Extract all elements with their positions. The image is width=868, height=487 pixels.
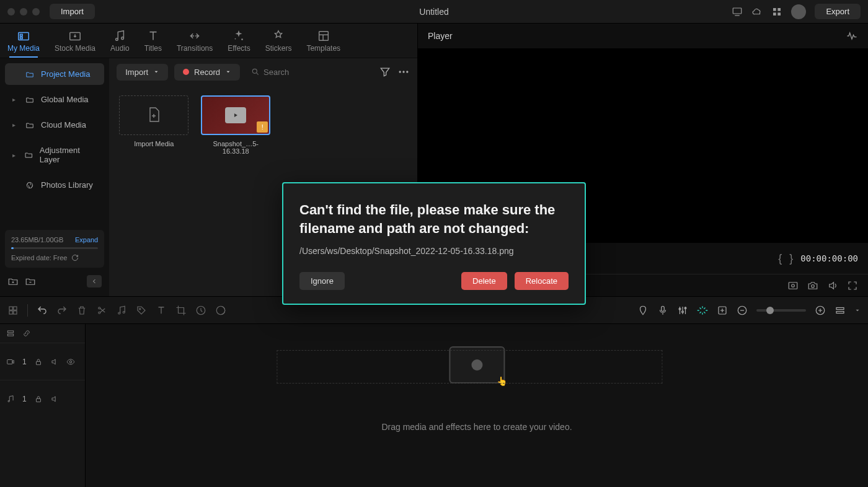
filter-icon[interactable] — [379, 66, 391, 78]
import-dropdown[interactable]: Import — [117, 64, 168, 81]
import-button-top[interactable]: Import — [50, 4, 95, 19]
track-headers: 1 1 — [0, 324, 86, 487]
volume-icon[interactable] — [827, 280, 838, 291]
text-tool-icon[interactable] — [156, 305, 167, 316]
close-window-icon[interactable] — [7, 8, 15, 15]
storage-bar — [11, 247, 98, 249]
sidebar-item-project-media[interactable]: Project Media — [5, 63, 104, 85]
mixer-icon[interactable] — [677, 305, 688, 316]
svg-point-18 — [252, 69, 257, 73]
voiceover-icon[interactable] — [657, 305, 668, 316]
caret-right-icon: ▸ — [12, 152, 18, 159]
audio-track-icon — [6, 395, 15, 403]
new-folder-icon[interactable] — [7, 276, 19, 287]
maximize-window-icon[interactable] — [32, 8, 40, 15]
speed-icon[interactable] — [195, 305, 206, 316]
more-options-icon[interactable] — [397, 66, 410, 78]
folder-icon — [24, 151, 33, 159]
sidebar-item-cloud-media[interactable]: ▸ Cloud Media — [5, 114, 104, 136]
delete-folder-icon[interactable] — [25, 276, 36, 287]
fullscreen-icon[interactable] — [847, 280, 858, 291]
ignore-button[interactable]: Ignore — [299, 272, 345, 290]
folder-icon — [25, 70, 35, 79]
tag-icon[interactable] — [136, 305, 147, 316]
apps-grid-icon[interactable] — [771, 6, 782, 17]
sidebar-item-adjustment-layer[interactable]: ▸ Adjustment Layer — [5, 139, 104, 170]
next-marker-icon[interactable]: } — [789, 252, 793, 265]
delete-icon[interactable] — [76, 305, 87, 316]
split-icon[interactable] — [96, 305, 107, 316]
expand-storage-link[interactable]: Expand — [75, 236, 98, 244]
tab-titles[interactable]: Titles — [137, 24, 169, 58]
audio-track-header[interactable]: 1 — [0, 380, 85, 417]
audio-edit-icon[interactable] — [116, 305, 127, 316]
delete-button[interactable]: Delete — [461, 272, 507, 290]
timeline-track-area[interactable]: 👆 Drag media and effects here to create … — [86, 324, 868, 487]
eye-icon[interactable] — [66, 358, 75, 366]
svg-point-20 — [399, 71, 401, 72]
svg-point-50 — [69, 361, 72, 363]
video-track-header[interactable]: 1 — [0, 343, 85, 380]
mute-icon[interactable] — [50, 395, 59, 403]
prev-marker-icon[interactable]: { — [778, 252, 782, 265]
zoom-in-icon[interactable] — [815, 305, 826, 316]
marker-icon[interactable] — [637, 305, 649, 316]
svg-point-22 — [406, 71, 408, 72]
tab-effects[interactable]: Effects — [220, 24, 257, 58]
relocate-button[interactable]: Relocate — [515, 272, 569, 290]
tab-transitions[interactable]: Transitions — [169, 24, 220, 58]
lock-icon[interactable] — [34, 395, 43, 403]
svg-rect-49 — [36, 361, 40, 364]
music-note-icon — [113, 29, 126, 43]
selection-tool-icon[interactable] — [7, 305, 19, 316]
camera-icon[interactable] — [807, 280, 818, 291]
render-icon[interactable] — [697, 305, 708, 316]
fit-timeline-icon[interactable] — [835, 305, 846, 316]
tab-templates[interactable]: Templates — [299, 24, 348, 58]
folder-grid-icon — [17, 29, 30, 43]
record-dot-icon — [183, 69, 189, 75]
tab-stock-media[interactable]: Stock Media — [47, 24, 103, 58]
minimize-window-icon[interactable] — [20, 8, 27, 15]
storage-used: 23.65MB — [11, 236, 38, 244]
screenshot-icon[interactable] — [787, 280, 799, 291]
tab-audio[interactable]: Audio — [103, 24, 137, 58]
sidebar-item-photos-library[interactable]: Photos Library — [5, 174, 104, 196]
waveform-icon[interactable] — [846, 30, 858, 42]
sidebar-item-global-media[interactable]: ▸ Global Media — [5, 89, 104, 110]
add-track-icon[interactable] — [717, 305, 728, 316]
cloud-icon[interactable] — [751, 6, 763, 17]
sparkle-icon — [232, 29, 246, 43]
svg-point-24 — [792, 284, 795, 287]
lock-icon[interactable] — [34, 358, 43, 366]
collapse-sidebar-button[interactable] — [87, 275, 102, 287]
import-media-tile[interactable]: Import Media — [119, 95, 188, 147]
zoom-out-icon[interactable] — [737, 305, 748, 316]
stack-tracks-icon[interactable] — [6, 329, 15, 338]
template-icon — [317, 29, 330, 43]
media-clip-tile[interactable]: ! Snapshot_…5-16.33.18 — [201, 95, 270, 155]
sidebar-item-label: Adjustment Layer — [40, 146, 97, 164]
refresh-icon[interactable] — [71, 254, 79, 261]
mute-icon[interactable] — [50, 358, 59, 366]
chevron-down-icon — [225, 69, 231, 75]
chevron-down-icon[interactable] — [854, 307, 861, 314]
link-tracks-icon[interactable] — [22, 329, 31, 338]
search-input[interactable] — [264, 68, 368, 77]
user-avatar[interactable] — [791, 4, 806, 19]
tab-stickers[interactable]: Stickers — [258, 24, 299, 58]
record-dropdown[interactable]: Record — [174, 64, 240, 81]
export-button[interactable]: Export — [815, 4, 861, 19]
traffic-lights — [7, 8, 40, 15]
undo-icon[interactable] — [37, 305, 48, 316]
import-dropdown-label: Import — [125, 68, 148, 77]
redo-icon[interactable] — [56, 305, 68, 316]
zoom-slider[interactable] — [756, 309, 806, 312]
crop-tool-icon[interactable] — [175, 305, 187, 316]
color-icon[interactable] — [215, 305, 226, 316]
desktop-icon[interactable] — [732, 6, 743, 17]
tab-my-media[interactable]: My Media — [0, 24, 47, 58]
svg-rect-3 — [778, 8, 781, 11]
video-track-icon — [6, 358, 15, 366]
tab-label: Stickers — [265, 44, 292, 53]
